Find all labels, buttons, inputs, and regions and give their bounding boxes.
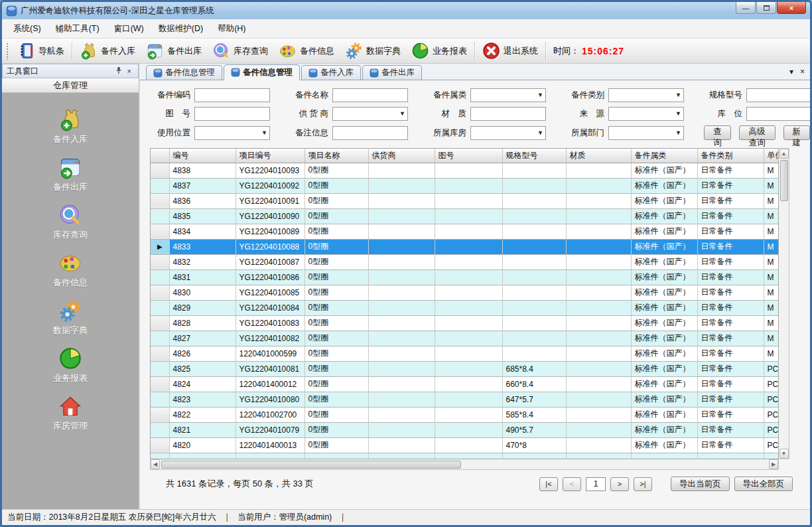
sidebar-item-spare-outbound[interactable]: 备件出库 bbox=[53, 155, 88, 193]
tab-spare-inbound[interactable]: 备件入库 bbox=[301, 65, 361, 80]
menu-aux-tools[interactable]: 辅助工具(T) bbox=[48, 20, 107, 38]
toolbar-exit-button[interactable]: 退出系统 bbox=[477, 40, 543, 61]
table-row[interactable]: 4836YG122040100910型圈标准件（国产）日常备件M bbox=[151, 193, 779, 208]
table-row[interactable]: 4831YG122040100860型圈标准件（国产）日常备件M bbox=[151, 269, 779, 285]
table-cell bbox=[435, 285, 502, 300]
table-row[interactable]: 4838YG122040100930型圈标准件（国产）日常备件M bbox=[151, 163, 779, 178]
department-select[interactable]: ▼ bbox=[608, 126, 684, 140]
vertical-scrollbar[interactable]: ▲ ▼ bbox=[779, 148, 789, 459]
table-row[interactable]: 482612204010005990型圈标准件（国产）日常备件M bbox=[151, 346, 779, 361]
export-current-page-button[interactable]: 导出当前页 bbox=[671, 477, 730, 491]
table-cell: 标准件（国产） bbox=[631, 376, 697, 392]
tab-overflow-icon[interactable]: ▾ bbox=[789, 67, 793, 76]
new-button[interactable]: 新建 bbox=[783, 125, 811, 140]
table-row[interactable]: 4828YG122040100830型圈标准件（国产）日常备件M bbox=[151, 315, 779, 331]
scroll-left-icon[interactable]: ◀ bbox=[151, 459, 160, 469]
table-row[interactable]: 482012204014000130型圈470*8标准件（国产）日常备件PC bbox=[151, 437, 779, 453]
pin-icon[interactable] bbox=[113, 66, 125, 76]
toolbar-stock-query-button[interactable]: 库存查询 bbox=[207, 40, 273, 61]
first-page-button[interactable]: |< bbox=[539, 477, 558, 491]
menu-system[interactable]: 系统(S) bbox=[6, 20, 48, 38]
export-all-pages-button[interactable]: 导出全部页 bbox=[734, 477, 793, 491]
table-row-partial[interactable] bbox=[151, 453, 779, 459]
horizontal-scroll-thumb[interactable] bbox=[161, 461, 461, 469]
warehouse-select[interactable]: ▼ bbox=[470, 126, 546, 140]
column-header[interactable]: 项目名称 bbox=[304, 149, 368, 163]
table-row[interactable]: 4834YG122040100890型圈标准件（国产）日常备件M bbox=[151, 224, 779, 239]
table-row[interactable]: 4827YG122040100820型圈标准件（国产）日常备件M bbox=[151, 331, 779, 346]
sidebar-item-warehouse-management[interactable]: 库房管理 bbox=[53, 394, 88, 432]
scroll-right-icon[interactable]: ▶ bbox=[769, 459, 778, 469]
row-marker bbox=[151, 285, 169, 300]
column-header[interactable]: 备件属类 bbox=[631, 149, 697, 163]
spare-code-input[interactable] bbox=[194, 88, 270, 102]
toolbar-spare-inbound-button[interactable]: 备件入库 bbox=[74, 40, 141, 61]
advanced-query-button[interactable]: 高级查询 bbox=[739, 125, 776, 140]
column-header[interactable]: 单位 bbox=[764, 149, 779, 163]
material-input[interactable] bbox=[470, 107, 546, 121]
close-button[interactable]: × bbox=[777, 2, 806, 14]
column-header[interactable]: 备件类别 bbox=[697, 149, 764, 163]
table-row[interactable]: 4825YG122040100810型圈685*8.4标准件（国产）日常备件PC bbox=[151, 361, 779, 376]
table-row[interactable]: 4837YG122040100920型圈标准件（国产）日常备件M bbox=[151, 178, 779, 193]
last-page-button[interactable]: >| bbox=[634, 477, 652, 491]
table-row[interactable]: 4829YG122040100840型圈标准件（国产）日常备件M bbox=[151, 300, 779, 315]
spare-name-input[interactable] bbox=[332, 88, 408, 102]
toolbar-grip[interactable] bbox=[6, 42, 9, 60]
sidebar-item-spare-info[interactable]: 备件信息 bbox=[53, 251, 88, 289]
sidebar-item-data-dictionary[interactable]: 数据字典 bbox=[53, 299, 88, 337]
table-row[interactable]: 482212204010027000型圈585*8.4标准件（国产）日常备件PC bbox=[151, 407, 779, 422]
usage-position-select[interactable]: ▼ bbox=[194, 126, 270, 140]
tab-close-icon[interactable]: × bbox=[800, 67, 805, 76]
prev-page-button[interactable]: < bbox=[563, 477, 581, 491]
table-row[interactable]: 4821YG122040100790型圈490*5.7标准件（国产）日常备件PC bbox=[151, 422, 779, 437]
minimize-button[interactable]: — bbox=[736, 2, 756, 14]
column-header[interactable]: 项目编号 bbox=[236, 149, 304, 163]
table-row[interactable]: 4832YG122040100870型圈标准件（国产）日常备件M bbox=[151, 254, 779, 269]
table-row[interactable]: 482412204014000120型圈660*8.4标准件（国产）日常备件PC bbox=[151, 376, 779, 392]
table-cell bbox=[566, 361, 631, 376]
tab-spare-info-management-1[interactable]: 备件信息管理 bbox=[146, 65, 222, 80]
supplier-select[interactable]: ▼ bbox=[332, 107, 408, 121]
column-header[interactable]: 图号 bbox=[435, 149, 502, 163]
page-number-input[interactable]: 1 bbox=[586, 477, 606, 491]
column-header[interactable]: 材质 bbox=[566, 149, 631, 163]
source-select[interactable]: ▼ bbox=[608, 107, 684, 121]
spare-type-select[interactable]: ▼ bbox=[608, 88, 684, 102]
sidebar-item-business-report[interactable]: 业务报表 bbox=[53, 346, 88, 384]
maximize-button[interactable] bbox=[756, 2, 776, 14]
menu-data-maintenance[interactable]: 数据维护(D) bbox=[151, 20, 210, 38]
menu-help[interactable]: 帮助(H) bbox=[210, 20, 253, 38]
sidebar-item-spare-inbound[interactable]: 备件入库 bbox=[53, 108, 88, 145]
toolbar-business-report-button[interactable]: 业务报表 bbox=[406, 40, 472, 61]
spare-category-select[interactable]: ▼ bbox=[470, 88, 546, 102]
column-header[interactable]: 供货商 bbox=[368, 149, 435, 163]
toolbar-data-dictionary-button[interactable]: 数据字典 bbox=[340, 40, 406, 61]
scroll-up-icon[interactable]: ▲ bbox=[779, 149, 789, 159]
menu-window[interactable]: 窗口(W) bbox=[107, 20, 151, 38]
row-marker bbox=[151, 315, 169, 331]
sidebar-item-stock-query[interactable]: 库存查询 bbox=[53, 203, 88, 241]
horizontal-scrollbar[interactable]: ◀ ▶ bbox=[150, 459, 779, 470]
tab-spare-outbound[interactable]: 备件出库 bbox=[362, 65, 422, 80]
tab-spare-info-management-2[interactable]: 备件信息管理 bbox=[224, 64, 300, 80]
toolbar-navbar-button[interactable]: 导航条 bbox=[12, 40, 70, 61]
table-row[interactable]: 4835YG122040100900型圈标准件（国产）日常备件M bbox=[151, 208, 779, 224]
scroll-down-icon[interactable]: ▼ bbox=[779, 449, 789, 459]
query-button[interactable]: 查询 bbox=[704, 125, 731, 140]
table-row[interactable]: 4823YG122040100800型圈647*5.7标准件（国产）日常备件PC bbox=[151, 392, 779, 407]
next-page-button[interactable]: > bbox=[610, 477, 629, 491]
table-row[interactable]: 4830YG122040100850型圈标准件（国产）日常备件M bbox=[151, 285, 779, 300]
vertical-scroll-thumb[interactable] bbox=[780, 160, 788, 201]
toolbar-spare-outbound-button[interactable]: 备件出库 bbox=[141, 40, 207, 61]
spec-model-select[interactable]: ▼ bbox=[746, 88, 812, 102]
drawing-no-input[interactable] bbox=[194, 107, 270, 121]
column-header[interactable]: 规格型号 bbox=[502, 149, 566, 163]
table-row[interactable]: ▶4833YG122040100880型圈标准件（国产）日常备件M bbox=[151, 239, 779, 254]
remark-input[interactable] bbox=[332, 126, 408, 140]
storage-location-select[interactable]: ▼ bbox=[746, 107, 812, 121]
toolbar-spare-info-button[interactable]: 备件信息 bbox=[273, 40, 340, 61]
sidebar-group-warehouse[interactable]: 仓库管理 bbox=[2, 78, 139, 93]
close-panel-icon[interactable]: × bbox=[125, 67, 134, 75]
column-header[interactable]: 编号 bbox=[169, 149, 236, 163]
